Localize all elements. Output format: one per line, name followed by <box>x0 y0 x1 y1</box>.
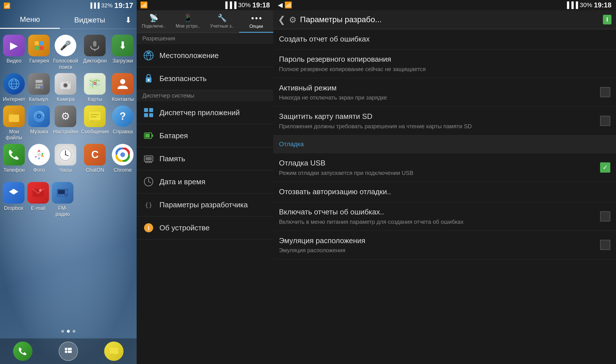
app-icon-email: @ <box>27 182 49 204</box>
tab-options[interactable]: • • • Опции <box>239 10 273 33</box>
app-clock[interactable]: Часы <box>53 144 78 173</box>
download-icon: ⬇ <box>125 15 132 25</box>
app-contacts[interactable]: Контакты <box>112 73 134 103</box>
svg-rect-76 <box>149 162 150 163</box>
app-email[interactable]: @ E-mail <box>27 182 49 218</box>
app-icon-clock <box>55 144 76 166</box>
app-dropbox[interactable]: Dropbox <box>3 182 24 218</box>
dev-checkbox-error-reports[interactable] <box>600 211 610 222</box>
app-label-music: Музыка <box>30 129 48 135</box>
tab-widgets[interactable]: Виджеты <box>60 12 120 28</box>
dev-checkbox-emulation[interactable] <box>600 240 610 250</box>
app-icon-video: ▶ <box>3 35 25 56</box>
app-downloads[interactable]: ⬇ Загрузки <box>112 35 134 70</box>
tab-connections[interactable]: 📡 Подключе.. <box>137 10 171 33</box>
status-bar-right: ▐▐▐ 32% 19:17 <box>89 1 133 10</box>
app-icon-camera <box>55 73 76 95</box>
svg-text:i: i <box>148 224 149 231</box>
settings-item-appmanager[interactable]: Диспетчер приложений <box>137 101 273 124</box>
appmanager-label: Диспетчер приложений <box>159 108 240 117</box>
app-settings[interactable]: ⚙ Настройки <box>53 106 78 141</box>
page-dot-3[interactable] <box>73 330 75 333</box>
settings-item-devparams[interactable]: {} Параметры разработчика <box>137 193 273 216</box>
svg-rect-28 <box>89 112 100 120</box>
dev-item-usb-debug[interactable]: Отладка USB Режим отладки запускается пр… <box>273 153 616 182</box>
dev-item-protect-title: Защитить карту памяти SD <box>279 112 597 121</box>
dev-item-protect-sd[interactable]: Защитить карту памяти SD Приложения долж… <box>273 107 616 135</box>
dock-apps[interactable] <box>59 342 78 361</box>
dev-item-error-reports[interactable]: Включать отчеты об ошибках.. Включить в … <box>273 202 616 231</box>
dev-options-title: Параметры разрабо... <box>300 15 599 24</box>
dev-item-create-report-title: Создать отчет об ошибках <box>279 34 610 44</box>
app-label-phone: Телефон <box>3 167 25 173</box>
app-help[interactable]: ? Справка <box>112 106 134 141</box>
app-label-calc: Калькул. <box>29 96 50 103</box>
settings-item-security[interactable]: Безопасность <box>137 67 273 90</box>
dev-item-revoke-title: Отозвать авторизацию отладки.. <box>279 187 610 197</box>
dock-messages[interactable] <box>104 342 124 361</box>
app-video[interactable]: ▶ Видео <box>3 35 25 70</box>
svg-rect-9 <box>36 84 38 86</box>
memory-label: Память <box>159 154 185 163</box>
app-chaton[interactable]: C ChatON <box>81 144 109 173</box>
tab-accounts[interactable]: 🔧 Учетные з.. <box>205 10 239 33</box>
dev-item-active-content: Активный режим Никогда не отключать экра… <box>279 83 597 102</box>
settings-item-location[interactable]: Местоположение <box>137 44 273 67</box>
dev-item-emulation[interactable]: Эмуляция расположения Эмуляция расположе… <box>273 231 616 260</box>
app-icon-phone <box>3 144 25 166</box>
app-chrome[interactable]: Chrome <box>112 144 134 173</box>
app-label-video: Видео <box>7 58 22 64</box>
app-label-clock: Часы <box>59 167 72 173</box>
battery-icon <box>142 129 155 142</box>
app-internet[interactable]: Интернет <box>3 73 25 103</box>
app-icon-dropbox <box>3 182 24 204</box>
page-dot-2[interactable] <box>67 330 70 333</box>
app-photos[interactable]: Фото <box>28 144 50 173</box>
tab-menu[interactable]: Меню <box>0 11 60 29</box>
options-icon: • • • <box>251 14 261 23</box>
svg-rect-47 <box>58 190 65 194</box>
dev-checkbox-usb-debug[interactable]: ✓ <box>600 162 610 173</box>
location-icon <box>142 49 155 62</box>
dev-item-protect-content: Защитить карту памяти SD Приложения долж… <box>279 112 597 130</box>
settings-item-memory[interactable]: Память <box>137 147 273 170</box>
time-home: 19:17 <box>114 1 134 10</box>
signal-dev: ▐▐▐ <box>565 1 578 9</box>
dev-item-backup-title: Пароль резервного копирования <box>279 55 610 64</box>
dock-phone[interactable] <box>13 342 32 361</box>
page-dot-1[interactable] <box>61 330 64 333</box>
svg-rect-50 <box>60 195 62 196</box>
app-maps[interactable]: Карты <box>81 73 109 103</box>
app-dictaphone[interactable]: Диктофон <box>81 35 109 70</box>
app-fmradio[interactable]: FM-радио <box>52 182 73 218</box>
time-s2: 19:18 <box>252 1 270 9</box>
app-gallery[interactable]: Галерея <box>28 35 50 70</box>
dev-battery-indicator: I <box>603 15 611 24</box>
memory-icon <box>142 152 155 165</box>
dev-checkbox-active-mode[interactable] <box>600 87 610 97</box>
dev-item-revoke-debug[interactable]: Отозвать авторизацию отладки.. <box>273 182 616 202</box>
devparams-label: Параметры разработчика <box>159 200 248 209</box>
app-phone[interactable]: Телефон <box>3 144 25 173</box>
dev-item-create-report[interactable]: Создать отчет об ошибках <box>273 29 616 49</box>
app-music[interactable]: Музыка <box>28 106 50 141</box>
debug-section-label: Отладка <box>279 140 304 148</box>
download-button[interactable]: ⬇ <box>120 11 137 29</box>
dev-item-active-mode[interactable]: Активный режим Никогда не отключать экра… <box>273 78 616 107</box>
app-messages[interactable]: Сообщения <box>81 106 109 141</box>
app-label-email: E-mail <box>31 205 45 212</box>
back-button-dev[interactable]: ❮ <box>278 14 286 25</box>
settings-item-battery[interactable]: Батарея <box>137 124 273 147</box>
dev-item-emulation-subtitle: Эмуляция расположения <box>279 247 597 254</box>
app-label-voice: Голосовой поиск <box>53 58 78 70</box>
dev-item-backup-password[interactable]: Пароль резервного копирования Полное рез… <box>273 49 616 78</box>
app-icon-help: ? <box>112 106 134 127</box>
settings-item-datetime[interactable]: Дата и время <box>137 170 273 193</box>
app-voice[interactable]: 🎤 Голосовой поиск <box>53 35 78 70</box>
app-calc[interactable]: Калькул. <box>28 73 50 103</box>
dev-checkbox-protect-sd[interactable] <box>600 116 610 126</box>
app-camera[interactable]: Камера <box>53 73 78 103</box>
app-files[interactable]: Мои файлы <box>3 106 25 141</box>
settings-item-about[interactable]: i Об устройстве <box>137 216 273 239</box>
tab-mydevice[interactable]: 📱 Мое устро.. <box>171 10 205 33</box>
